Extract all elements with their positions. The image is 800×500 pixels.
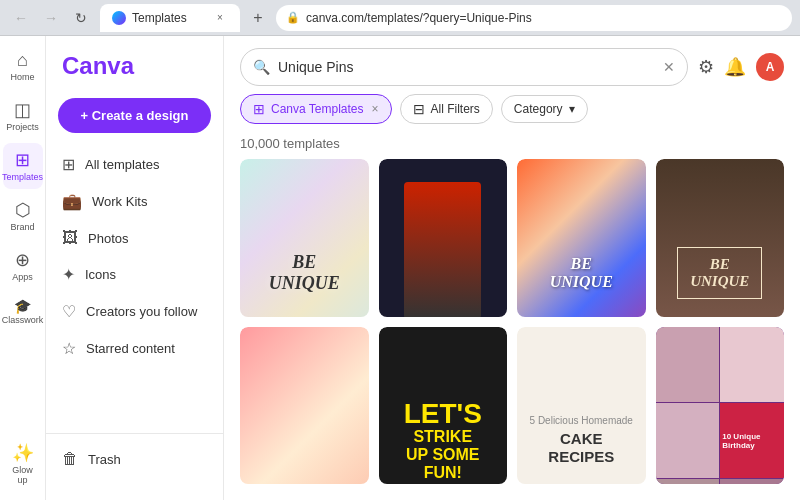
template-card-7[interactable]: 5 Delicious Homemade CAKERECIPES 5 Delic… — [517, 327, 646, 485]
left-nav-panel: Canva + Create a design ⊞ All templates … — [46, 36, 224, 500]
sidebar-label-projects: Projects — [6, 123, 39, 133]
back-button[interactable]: ← — [8, 5, 34, 31]
search-box[interactable]: 🔍 Unique Pins ✕ — [240, 48, 688, 86]
nav-label-creators: Creators you follow — [86, 304, 197, 319]
sidebar-item-templates[interactable]: ⊞ Templates — [3, 143, 43, 189]
glow-icon: ✨ — [12, 442, 34, 464]
nav-item-icons[interactable]: ✦ Icons — [46, 257, 223, 292]
birthday-collage: 10 Unique Birthday — [656, 327, 785, 485]
category-chip[interactable]: Category ▾ — [501, 95, 588, 123]
sidebar-item-projects[interactable]: ◫ Projects — [3, 93, 43, 139]
search-area: 🔍 Unique Pins ✕ ⚙ 🔔 A — [224, 36, 800, 94]
template-text-3: BEUNIQUE — [550, 255, 613, 291]
canva-templates-chip[interactable]: ⊞ Canva Templates × — [240, 94, 392, 124]
canva-logo-text: Canva — [62, 52, 134, 79]
nav-label-starred: Starred content — [86, 341, 175, 356]
template-preview-7: 5 Delicious Homemade CAKERECIPES — [517, 327, 646, 485]
main-content: 🔍 Unique Pins ✕ ⚙ 🔔 A ⊞ Canva Templates … — [224, 36, 800, 500]
app-container: ⌂ Home ◫ Projects ⊞ Templates ⬡ Brand ⊕ … — [0, 36, 800, 500]
nav-item-work-kits[interactable]: 💼 Work Kits — [46, 184, 223, 219]
photos-icon: 🖼 — [62, 229, 78, 247]
template-preview-4: BEUNIQUE — [656, 159, 785, 317]
forward-button[interactable]: → — [38, 5, 64, 31]
nav-item-starred[interactable]: ☆ Starred content — [46, 331, 223, 366]
canva-chip-close[interactable]: × — [372, 102, 379, 116]
nav-item-creators[interactable]: ♡ Creators you follow — [46, 294, 223, 329]
template-preview-3: BEUNIQUE ▶ — [517, 159, 646, 317]
all-filters-label: All Filters — [431, 102, 480, 116]
classwork-icon: 🎓 — [14, 298, 31, 314]
template-preview-1: BEUNIQUE — [240, 159, 369, 317]
template-card-3[interactable]: BEUNIQUE ▶ Be Unique Moder... Pinterest … — [517, 159, 646, 317]
template-preview-8: 10 Unique Birthday — [656, 327, 785, 485]
search-input[interactable]: Unique Pins — [278, 59, 655, 75]
nav-label-trash: Trash — [88, 452, 121, 467]
browser-tab[interactable]: Templates × — [100, 4, 240, 32]
templates-grid: BEUNIQUE Pink Modern Past... Pinterest P… — [224, 159, 800, 500]
template-card-5[interactable] — [240, 327, 369, 485]
address-text: canva.com/templates/?query=Unique-Pins — [306, 11, 532, 25]
category-label: Category — [514, 102, 563, 116]
sidebar-label-brand: Brand — [10, 223, 34, 233]
all-templates-icon: ⊞ — [62, 155, 75, 174]
nav-item-trash[interactable]: 🗑 Trash — [46, 442, 223, 476]
sidebar-label-templates: Templates — [2, 173, 43, 183]
work-kits-icon: 💼 — [62, 192, 82, 211]
refresh-button[interactable]: ↻ — [68, 5, 94, 31]
user-avatar[interactable]: A — [756, 53, 784, 81]
sidebar-glow-up[interactable]: ✨ Glow up — [3, 436, 43, 492]
nav-label-icons: Icons — [85, 267, 116, 282]
templates-icon: ⊞ — [15, 149, 30, 171]
star-icon: ☆ — [62, 339, 76, 358]
sidebar: ⌂ Home ◫ Projects ⊞ Templates ⬡ Brand ⊕ … — [0, 36, 46, 500]
template-preview-5 — [240, 327, 369, 485]
settings-icon[interactable]: ⚙ — [698, 56, 714, 78]
category-arrow-icon: ▾ — [569, 102, 575, 116]
lock-icon: 🔒 — [286, 11, 300, 24]
nav-label-all-templates: All templates — [85, 157, 159, 172]
filter-icon: ⊟ — [413, 101, 425, 117]
trash-icon: 🗑 — [62, 450, 78, 468]
notifications-icon[interactable]: 🔔 — [724, 56, 746, 78]
search-clear-button[interactable]: ✕ — [663, 59, 675, 75]
create-design-button[interactable]: + Create a design — [58, 98, 211, 133]
template-text-4: BEUNIQUE — [677, 247, 762, 299]
creators-icon: ♡ — [62, 302, 76, 321]
template-card-6[interactable]: LET'S STRIKEUP SOMEFUN! Let's Strike Up … — [379, 327, 508, 485]
canva-logo: Canva — [46, 52, 223, 96]
sidebar-label-home: Home — [10, 73, 34, 83]
address-bar[interactable]: 🔒 canva.com/templates/?query=Unique-Pins — [276, 5, 792, 31]
all-filters-chip[interactable]: ⊟ All Filters — [400, 94, 493, 124]
tab-favicon — [112, 11, 126, 25]
tab-close-button[interactable]: × — [212, 10, 228, 26]
nav-label-work-kits: Work Kits — [92, 194, 147, 209]
icons-icon: ✦ — [62, 265, 75, 284]
template-card-2[interactable]: Dapper Dapper Red Uniq... Pinterest Pin … — [379, 159, 508, 317]
dapper-person-image — [404, 182, 481, 317]
nav-item-all-templates[interactable]: ⊞ All templates — [46, 147, 223, 182]
sidebar-label-apps: Apps — [12, 273, 33, 283]
nav-bottom-section: 🗑 Trash — [46, 433, 223, 484]
new-tab-button[interactable]: + — [246, 6, 270, 30]
canva-chip-icon: ⊞ — [253, 101, 265, 117]
sidebar-label-classwork: Classwork — [2, 316, 44, 326]
browser-chrome: ← → ↻ Templates × + 🔒 canva.com/template… — [0, 0, 800, 36]
apps-icon: ⊕ — [15, 249, 30, 271]
tab-title: Templates — [132, 11, 206, 25]
template-card-1[interactable]: BEUNIQUE Pink Modern Past... Pinterest P… — [240, 159, 369, 317]
search-magnifier-icon: 🔍 — [253, 59, 270, 75]
nav-item-photos[interactable]: 🖼 Photos — [46, 221, 223, 255]
sidebar-item-classwork[interactable]: 🎓 Classwork — [3, 292, 43, 332]
projects-icon: ◫ — [14, 99, 31, 121]
template-card-8[interactable]: 10 Unique Birthday 10 Unique Birthday...… — [656, 327, 785, 485]
template-card-4[interactable]: BEUNIQUE Pink Abstract Be ... Pinterest … — [656, 159, 785, 317]
search-action-icons: ⚙ 🔔 A — [698, 53, 784, 81]
sidebar-item-brand[interactable]: ⬡ Brand — [3, 193, 43, 239]
home-icon: ⌂ — [17, 50, 28, 71]
template-text-1: BEUNIQUE — [269, 252, 340, 294]
nav-label-photos: Photos — [88, 231, 128, 246]
sidebar-item-home[interactable]: ⌂ Home — [3, 44, 43, 89]
template-count: 10,000 templates — [224, 132, 800, 159]
sidebar-item-apps[interactable]: ⊕ Apps — [3, 243, 43, 289]
brand-icon: ⬡ — [15, 199, 31, 221]
